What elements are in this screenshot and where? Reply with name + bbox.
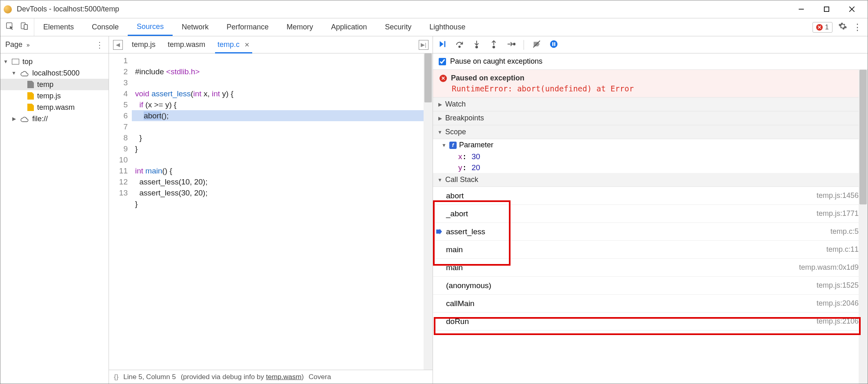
scope-var-x[interactable]: x: 30 [433,151,868,162]
main-toolbar: Elements Console Sources Network Perform… [0,18,868,36]
svg-point-17 [550,40,557,47]
tab-elements[interactable]: Elements [34,18,83,36]
pause-on-caught-row: Pause on caught exceptions [433,53,868,70]
tab-application[interactable]: Application [322,18,376,36]
watch-section[interactable]: ▶Watch [433,98,868,111]
scope-section[interactable]: ▼Scope [433,125,868,139]
tab-lighthouse[interactable]: Lighthouse [420,18,474,36]
stack-frame[interactable]: maintemp.wasm:0x1d9 [433,259,868,277]
exception-box: ✕Paused on exception RuntimeError: abort… [433,70,868,98]
stack-frame[interactable]: doRuntemp.js:2106 [433,313,868,331]
window-maximize-button[interactable] [814,1,839,18]
step-out-icon[interactable] [489,40,498,50]
debuginfo-link[interactable]: temp.wasm [266,373,302,381]
navigator-page-tab[interactable]: Page [5,40,22,49]
deactivate-breakpoints-icon[interactable] [532,40,541,50]
navigator-more-icon[interactable]: » [27,42,30,48]
file-tab-tempc[interactable]: temp.c✕ [218,36,250,53]
file-tab-tempjs[interactable]: temp.js [132,36,155,53]
svg-rect-6 [24,24,27,29]
error-dot-icon: ✕ [816,24,823,31]
tab-security[interactable]: Security [376,18,420,36]
file-tree: ▼top ▼localhost:5000 temp temp.js temp.w… [0,53,109,127]
navigator-menu-icon[interactable]: ⋮ [95,40,104,50]
svg-point-15 [513,43,515,45]
tree-host[interactable]: ▼localhost:5000 [0,67,109,79]
coverage-label: Covera [309,373,331,381]
navigator-pane: Page » ⋮ ▼top ▼localhost:5000 temp temp.… [0,36,109,384]
line-gutter: 12345678910111213 [109,53,132,370]
stack-frame[interactable]: aborttemp.js:1456 [433,187,868,205]
debug-toolbar [433,36,868,53]
editor-pane: ◀ temp.js temp.wasm temp.c✕ ▶| 123456789… [109,36,433,384]
step-into-icon[interactable] [472,40,481,50]
callstack-section[interactable]: ▼Call Stack [433,173,868,187]
braces-icon[interactable]: {} [114,373,118,381]
window-titlebar: DevTools - localhost:5000/temp [0,0,868,18]
debug-body: ✕Paused on exception RuntimeError: abort… [433,70,868,384]
tree-file-tempjs[interactable]: temp.js [0,90,109,102]
tree-fileproto[interactable]: ▶file:// [0,113,109,124]
toggle-debugger-icon[interactable]: ▶| [419,40,428,50]
error-stop-icon: ✕ [440,75,447,82]
app-icon [4,5,12,13]
editor-statusbar: {} Line 5, Column 5 (provided via debug … [109,370,433,384]
error-count-badge[interactable]: ✕1 [813,22,832,33]
tree-file-tempwasm[interactable]: temp.wasm [0,102,109,113]
stack-frame[interactable]: _aborttemp.js:1771 [433,205,868,223]
devtools-window: DevTools - localhost:5000/temp Elements … [0,0,868,384]
svg-point-13 [493,46,495,48]
cursor-position: Line 5, Column 5 [123,373,176,381]
debugger-pane: Pause on caught exceptions ✕Paused on ex… [433,36,868,384]
more-menu-icon[interactable]: ⋮ [853,22,862,33]
resume-icon[interactable] [438,40,447,50]
exception-message: RuntimeError: abort(undefined) at Error [452,84,861,93]
stack-frame[interactable]: callMaintemp.js:2046 [433,295,868,313]
debug-scrollbar[interactable] [859,70,868,384]
tree-file-temp[interactable]: temp [0,79,109,90]
file-icon [27,81,34,88]
svg-rect-19 [554,42,555,46]
file-icon [27,104,34,111]
stack-frame[interactable]: (anonymous)temp.js:1525 [433,277,868,295]
panel-tabs: Elements Console Sources Network Perform… [34,18,807,36]
step-icon[interactable] [506,40,515,50]
window-title: DevTools - localhost:5000/temp [17,5,788,13]
toggle-navigator-icon[interactable]: ◀ [113,40,123,50]
scope-parameter-group[interactable]: ▼fParameter [433,139,868,151]
cloud-icon [20,70,29,76]
pause-on-caught-checkbox[interactable] [439,58,446,65]
breakpoints-section[interactable]: ▶Breakpoints [433,111,868,125]
device-toggle-icon[interactable] [20,22,29,33]
close-tab-icon[interactable]: ✕ [244,41,250,49]
frame-icon [12,59,19,64]
code-body[interactable]: #include <stdlib.h> void assert_less(int… [132,53,433,370]
svg-point-11 [476,46,478,48]
step-over-icon[interactable] [455,40,464,50]
tab-memory[interactable]: Memory [277,18,322,36]
pause-exceptions-icon[interactable] [549,40,558,50]
code-editor[interactable]: 12345678910111213 #include <stdlib.h> vo… [109,53,433,370]
window-close-button[interactable] [839,1,864,18]
file-icon [27,92,34,100]
editor-scrollbar[interactable] [424,53,433,370]
svg-rect-1 [824,7,828,11]
stack-frame-current[interactable]: assert_lesstemp.c:5 [433,223,868,241]
tab-sources[interactable]: Sources [128,18,173,36]
tab-console[interactable]: Console [83,18,128,36]
stack-frame[interactable]: maintemp.c:11 [433,241,868,259]
file-tab-tempwasm[interactable]: temp.wasm [168,36,205,53]
function-badge-icon: f [449,142,457,149]
inspect-icon[interactable] [5,22,14,33]
svg-rect-8 [444,41,446,47]
tab-performance[interactable]: Performance [218,18,277,36]
scope-var-y[interactable]: y: 20 [433,162,868,173]
cloud-icon [20,116,29,122]
svg-rect-18 [552,42,553,46]
current-exec-line: abort(); [132,110,433,121]
tree-top[interactable]: ▼top [0,56,109,67]
tab-network[interactable]: Network [173,18,218,36]
settings-gear-icon[interactable] [838,22,847,33]
window-minimize-button[interactable] [788,1,814,18]
svg-point-9 [459,46,460,47]
